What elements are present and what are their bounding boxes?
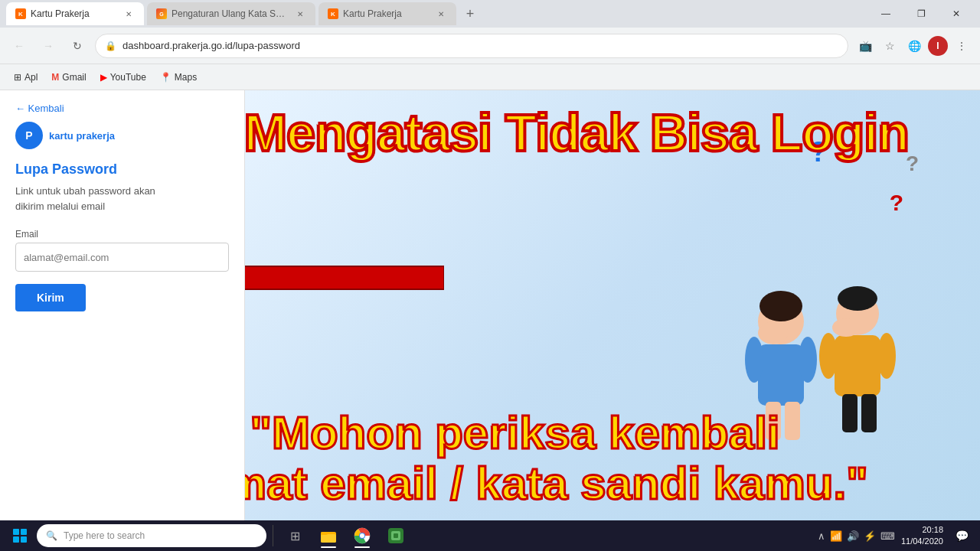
tab-1-favicon: K bbox=[15, 8, 26, 19]
notification-button[interactable]: 💬 bbox=[949, 523, 974, 548]
bookmark-maps[interactable]: 📍 Maps bbox=[154, 69, 203, 86]
bookmark-gmail-label: Gmail bbox=[62, 72, 86, 83]
window-controls: — ❐ ✕ bbox=[868, 0, 974, 28]
bookmark-youtube[interactable]: ▶ YouTube bbox=[94, 69, 152, 86]
clock-time: 20:18 bbox=[901, 524, 943, 536]
svg-point-14 bbox=[832, 318, 860, 337]
logo-name: kartu prakerja bbox=[49, 130, 115, 142]
bookmark-gmail[interactable]: M Gmail bbox=[45, 69, 92, 86]
tab-3[interactable]: K Kartu Prakerja ✕ bbox=[318, 2, 456, 25]
notification-icon: 💬 bbox=[956, 530, 969, 542]
bookmark-maps-label: Maps bbox=[175, 72, 197, 83]
tab-2-title: Pengaturan Ulang Kata Sandi - h... bbox=[172, 8, 289, 19]
search-icon: 🔍 bbox=[46, 530, 57, 541]
tab-3-title: Kartu Prakerja bbox=[343, 8, 430, 19]
close-button[interactable]: ✕ bbox=[939, 0, 974, 28]
forward-button[interactable]: → bbox=[37, 34, 60, 57]
prakerja-logo: P kartu prakerja bbox=[0, 122, 244, 161]
url-text: dashboard.prakerja.go.id/lupa-password bbox=[122, 40, 300, 51]
windows-logo bbox=[13, 529, 27, 543]
svg-rect-18 bbox=[321, 534, 336, 543]
overlay-panel: Cara Mengatasi Tidak Bisa Login bbox=[245, 90, 980, 520]
green-app[interactable] bbox=[381, 522, 411, 549]
email-input[interactable] bbox=[15, 243, 229, 272]
taskbar-right: ∧ 📶 🔊 ⚡ ⌨ 20:18 11/04/2020 💬 bbox=[818, 523, 974, 548]
lupa-password-desc: Link untuk ubah password akan dikirim me… bbox=[0, 184, 244, 229]
svg-rect-3 bbox=[758, 344, 804, 406]
overlay-heading: Cara Mengatasi Tidak Bisa Login bbox=[245, 106, 965, 160]
file-explorer-icon bbox=[320, 527, 337, 544]
title-bar: K Kartu Prakerja ✕ G Pengaturan Ulang Ka… bbox=[0, 0, 980, 28]
website-panel: ← Kembali P kartu prakerja Lupa Password… bbox=[0, 90, 245, 520]
bookmark-youtube-label: YouTube bbox=[110, 72, 146, 83]
kirim-button[interactable]: Kirim bbox=[15, 284, 86, 311]
menu-button[interactable]: ⋮ bbox=[951, 35, 972, 57]
address-actions: 📺 ☆ 🌐 I ⋮ bbox=[854, 35, 972, 57]
bookmark-apl-label: Apl bbox=[24, 72, 38, 83]
svg-point-13 bbox=[877, 333, 896, 379]
bookmarks-bar: ⊞ Apl M Gmail ▶ YouTube 📍 Maps bbox=[0, 64, 980, 90]
overlay-quote: "Mohon periksa kembali alamat email / ka… bbox=[245, 408, 969, 509]
apl-icon: ⊞ bbox=[14, 72, 21, 83]
gmail-icon: M bbox=[51, 72, 59, 83]
chrome-icon[interactable]: 🌐 bbox=[903, 35, 925, 57]
sys-tray: ∧ 📶 🔊 ⚡ ⌨ bbox=[818, 530, 895, 542]
tray-expand-icon[interactable]: ∧ bbox=[818, 530, 825, 542]
power-icon[interactable]: ⚡ bbox=[864, 530, 876, 542]
address-bar: ← → ↻ 🔒 dashboard.prakerja.go.id/lupa-pa… bbox=[0, 28, 980, 64]
back-link[interactable]: ← Kembali bbox=[0, 90, 244, 122]
svg-rect-25 bbox=[394, 533, 398, 538]
tab-1-close[interactable]: ✕ bbox=[122, 8, 135, 20]
bookmark-star-icon[interactable]: ☆ bbox=[879, 35, 900, 57]
email-label: Email bbox=[0, 229, 244, 243]
file-explorer-app[interactable] bbox=[313, 522, 344, 549]
chrome-app[interactable] bbox=[347, 522, 377, 549]
tab-3-close[interactable]: ✕ bbox=[435, 8, 447, 20]
cast-icon[interactable]: 📺 bbox=[854, 35, 876, 57]
time-display[interactable]: 20:18 11/04/2020 bbox=[901, 524, 943, 548]
chrome-icon bbox=[354, 527, 371, 544]
svg-point-4 bbox=[745, 337, 763, 383]
minimize-button[interactable]: — bbox=[868, 0, 903, 28]
taskbar: 🔍 Type here to search ⊞ bbox=[0, 520, 980, 551]
volume-icon[interactable]: 🔊 bbox=[847, 530, 859, 542]
question-mark-2: ? bbox=[890, 190, 903, 216]
svg-point-22 bbox=[360, 533, 364, 538]
youtube-icon: ▶ bbox=[100, 72, 107, 83]
red-arrow bbox=[245, 232, 444, 324]
logo-circle: P bbox=[15, 122, 43, 149]
svg-point-6 bbox=[758, 321, 789, 344]
start-button[interactable] bbox=[6, 522, 34, 549]
taskbar-apps: ⊞ bbox=[279, 522, 815, 549]
clock-date: 11/04/2020 bbox=[901, 536, 943, 547]
svg-marker-0 bbox=[245, 240, 444, 316]
keyboard-icon[interactable]: ⌨ bbox=[880, 530, 895, 542]
refresh-button[interactable]: ↻ bbox=[66, 34, 89, 57]
taskbar-divider bbox=[273, 525, 273, 546]
back-button[interactable]: ← bbox=[8, 34, 31, 57]
bookmark-apl[interactable]: ⊞ Apl bbox=[8, 69, 44, 86]
wifi-icon[interactable]: 📶 bbox=[830, 530, 842, 542]
green-app-icon bbox=[387, 527, 404, 544]
svg-rect-19 bbox=[321, 532, 328, 535]
tab-2-close[interactable]: ✕ bbox=[294, 8, 306, 20]
new-tab-button[interactable]: + bbox=[459, 3, 481, 24]
svg-point-2 bbox=[760, 291, 802, 321]
tab-3-favicon: K bbox=[328, 8, 338, 19]
search-placeholder: Type here to search bbox=[64, 530, 145, 541]
svg-point-5 bbox=[799, 337, 817, 383]
maps-icon: 📍 bbox=[160, 72, 172, 83]
svg-rect-11 bbox=[835, 335, 880, 396]
tab-1-title: Kartu Prakerja bbox=[31, 8, 118, 19]
svg-point-12 bbox=[819, 333, 838, 379]
svg-point-10 bbox=[838, 286, 877, 311]
taskbar-search[interactable]: 🔍 Type here to search bbox=[37, 524, 266, 547]
profile-button[interactable]: I bbox=[928, 36, 948, 56]
logo-text: kartu prakerja bbox=[49, 130, 115, 142]
tab-2[interactable]: G Pengaturan Ulang Kata Sandi - h... ✕ bbox=[147, 2, 315, 25]
lupa-password-title: Lupa Password bbox=[0, 161, 244, 184]
task-view-button[interactable]: ⊞ bbox=[279, 522, 310, 549]
tab-1[interactable]: K Kartu Prakerja ✕ bbox=[6, 2, 144, 25]
maximize-button[interactable]: ❐ bbox=[903, 0, 939, 28]
url-bar[interactable]: 🔒 dashboard.prakerja.go.id/lupa-password bbox=[95, 34, 848, 58]
